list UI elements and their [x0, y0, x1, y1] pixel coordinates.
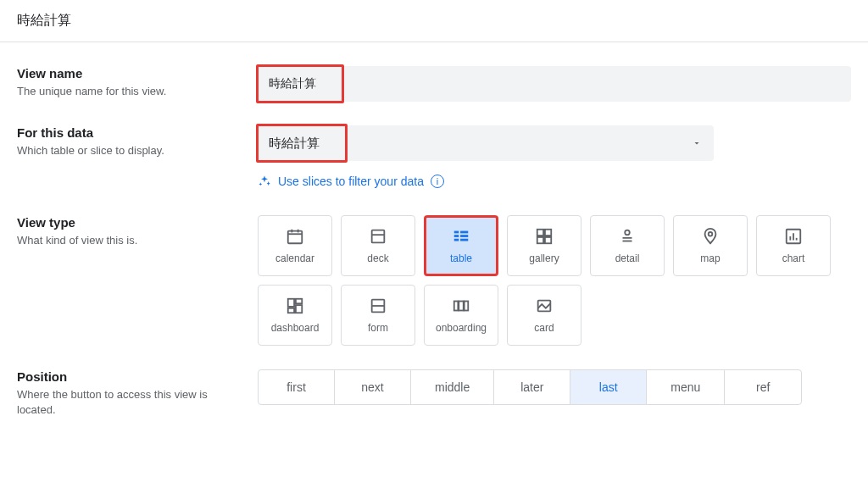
- label-col: View name The unique name for this view.: [17, 66, 237, 99]
- field-label: View type: [17, 215, 237, 230]
- tile-label: map: [700, 252, 720, 264]
- form-icon: [369, 297, 387, 315]
- tile-label: detail: [615, 252, 640, 264]
- svg-point-20: [709, 232, 713, 236]
- svg-rect-28: [288, 308, 294, 313]
- svg-rect-15: [537, 237, 543, 243]
- sparkle-icon: [258, 175, 271, 188]
- calendar-icon: [286, 227, 304, 246]
- view-type-grid: calendardecktablegallerydetailmapchartda…: [258, 215, 851, 346]
- label-col: View type What kind of view this is.: [17, 215, 237, 248]
- field-desc: Which table or slice to display.: [17, 143, 237, 158]
- svg-rect-13: [537, 230, 543, 236]
- helper-link-text: Use slices to filter your data: [278, 175, 424, 188]
- field-label: View name: [17, 66, 237, 80]
- position-option-ref[interactable]: ref: [725, 370, 801, 404]
- view-type-tile-onboarding[interactable]: onboarding: [424, 285, 498, 346]
- for-data-value: 時給計算: [269, 136, 320, 152]
- page-title: 時給計算: [17, 12, 851, 30]
- tile-label: gallery: [529, 252, 559, 264]
- view-type-tile-gallery[interactable]: gallery: [507, 215, 581, 276]
- card-icon: [535, 297, 554, 315]
- chart-icon: [784, 227, 803, 246]
- for-data-value-highlight: 時給計算: [256, 124, 348, 163]
- map-icon: [701, 227, 720, 246]
- deck-icon: [369, 227, 387, 246]
- svg-rect-7: [454, 231, 459, 234]
- page-header: 時給計算: [0, 0, 868, 42]
- view-name-input[interactable]: 時給計算: [256, 64, 344, 103]
- svg-rect-9: [454, 235, 459, 237]
- label-col: For this data Which table or slice to di…: [17, 125, 237, 158]
- tile-label: onboarding: [436, 322, 487, 334]
- svg-rect-0: [288, 231, 303, 244]
- position-option-menu[interactable]: menu: [647, 370, 725, 404]
- svg-rect-31: [454, 302, 459, 311]
- field-desc: What kind of view this is.: [17, 233, 237, 248]
- control-col: 時給計算 Use slices to filter your data i: [258, 125, 851, 188]
- tile-label: card: [534, 322, 554, 334]
- view-type-tile-chart[interactable]: chart: [756, 215, 831, 276]
- view-type-tile-deck[interactable]: deck: [341, 215, 415, 276]
- svg-rect-8: [460, 231, 468, 234]
- dashboard-icon: [286, 297, 304, 315]
- control-col: 時給計算: [258, 66, 851, 102]
- tile-label: table: [450, 252, 472, 264]
- info-icon: i: [431, 175, 444, 188]
- tile-label: form: [368, 322, 388, 334]
- position-option-next[interactable]: next: [335, 370, 411, 404]
- table-icon: [452, 227, 470, 246]
- field-label: For this data: [17, 125, 237, 140]
- control-col: firstnextmiddlelaterlastmenuref: [258, 369, 851, 405]
- position-option-later[interactable]: later: [494, 370, 570, 404]
- tile-label: chart: [782, 252, 805, 264]
- view-name-value: 時給計算: [269, 76, 316, 92]
- svg-rect-12: [460, 239, 468, 241]
- field-desc: Where the button to access this view is …: [17, 387, 237, 418]
- svg-rect-26: [296, 299, 302, 304]
- svg-rect-14: [545, 230, 551, 236]
- row-view-type: View type What kind of view this is. cal…: [17, 215, 851, 346]
- row-position: Position Where the button to access this…: [17, 369, 851, 418]
- tile-label: deck: [367, 252, 388, 264]
- svg-rect-4: [372, 230, 385, 243]
- field-label: Position: [17, 369, 237, 384]
- view-type-tile-form[interactable]: form: [341, 285, 415, 346]
- svg-rect-10: [460, 235, 468, 237]
- detail-icon: [618, 227, 637, 246]
- position-option-first[interactable]: first: [259, 370, 335, 404]
- view-type-tile-detail[interactable]: detail: [590, 215, 665, 276]
- position-option-last[interactable]: last: [570, 370, 647, 404]
- chevron-down-icon: [692, 138, 702, 148]
- svg-rect-16: [545, 237, 551, 243]
- svg-point-17: [625, 230, 630, 236]
- settings-form: View name The unique name for this view.…: [0, 42, 868, 458]
- row-for-data: For this data Which table or slice to di…: [17, 125, 851, 188]
- label-col: Position Where the button to access this…: [17, 369, 237, 418]
- control-col: calendardecktablegallerydetailmapchartda…: [258, 215, 851, 346]
- use-slices-link[interactable]: Use slices to filter your data i: [258, 175, 851, 188]
- tile-label: calendar: [275, 252, 314, 264]
- svg-rect-25: [288, 299, 294, 307]
- for-data-select[interactable]: 時給計算: [258, 125, 714, 161]
- svg-rect-32: [459, 302, 464, 311]
- svg-rect-33: [465, 302, 469, 311]
- svg-rect-27: [296, 305, 302, 313]
- view-type-tile-card[interactable]: card: [507, 285, 581, 346]
- view-type-tile-dashboard[interactable]: dashboard: [258, 285, 332, 346]
- tile-label: dashboard: [271, 322, 320, 334]
- view-type-tile-calendar[interactable]: calendar: [258, 215, 332, 276]
- row-view-name: View name The unique name for this view.…: [17, 66, 851, 102]
- svg-rect-11: [454, 239, 459, 241]
- field-desc: The unique name for this view.: [17, 84, 237, 99]
- view-type-tile-map[interactable]: map: [673, 215, 748, 276]
- view-type-tile-table[interactable]: table: [424, 215, 498, 276]
- gallery-icon: [535, 227, 554, 246]
- position-segmented: firstnextmiddlelaterlastmenuref: [258, 369, 802, 405]
- position-option-middle[interactable]: middle: [411, 370, 494, 404]
- onboarding-icon: [452, 297, 470, 315]
